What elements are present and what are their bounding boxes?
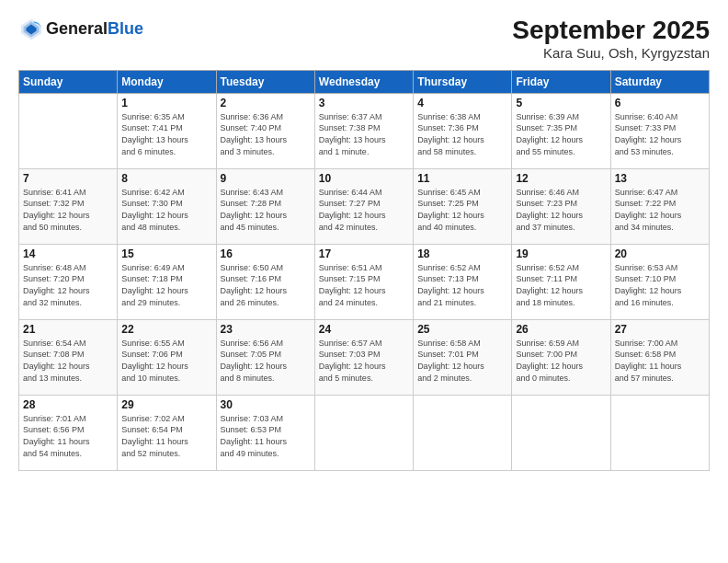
table-row: 30Sunrise: 7:03 AM Sunset: 6:53 PM Dayli… <box>216 395 314 470</box>
col-thursday: Thursday <box>414 70 512 93</box>
day-number: 22 <box>121 323 211 336</box>
calendar-week-row: 28Sunrise: 7:01 AM Sunset: 6:56 PM Dayli… <box>19 395 710 470</box>
day-info: Sunrise: 6:52 AM Sunset: 7:13 PM Dayligh… <box>417 262 507 308</box>
table-row: 21Sunrise: 6:54 AM Sunset: 7:08 PM Dayli… <box>19 319 118 395</box>
table-row: 23Sunrise: 6:56 AM Sunset: 7:05 PM Dayli… <box>216 319 314 395</box>
day-info: Sunrise: 6:49 AM Sunset: 7:18 PM Dayligh… <box>121 262 211 308</box>
table-row: 20Sunrise: 6:53 AM Sunset: 7:10 PM Dayli… <box>610 244 709 319</box>
day-number: 8 <box>121 172 211 185</box>
day-info: Sunrise: 6:47 AM Sunset: 7:22 PM Dayligh… <box>615 187 705 233</box>
day-number: 15 <box>121 247 211 260</box>
day-info: Sunrise: 6:52 AM Sunset: 7:11 PM Dayligh… <box>516 262 606 308</box>
header: GeneralBlue September 2025 Kara Suu, Osh… <box>18 17 710 61</box>
table-row: 3Sunrise: 6:37 AM Sunset: 7:38 PM Daylig… <box>314 93 413 168</box>
day-number: 23 <box>221 323 311 336</box>
table-row: 8Sunrise: 6:42 AM Sunset: 7:30 PM Daylig… <box>118 168 216 244</box>
day-info: Sunrise: 6:36 AM Sunset: 7:40 PM Dayligh… <box>221 111 311 157</box>
day-number: 5 <box>516 97 606 109</box>
table-row: 6Sunrise: 6:40 AM Sunset: 7:33 PM Daylig… <box>610 93 709 168</box>
table-row: 18Sunrise: 6:52 AM Sunset: 7:13 PM Dayli… <box>414 244 512 319</box>
day-number: 17 <box>319 247 409 260</box>
table-row: 17Sunrise: 6:51 AM Sunset: 7:15 PM Dayli… <box>314 244 413 319</box>
day-number: 30 <box>221 398 311 411</box>
table-row: 22Sunrise: 6:55 AM Sunset: 7:06 PM Dayli… <box>118 319 216 395</box>
day-number: 16 <box>221 247 311 260</box>
table-row <box>19 93 118 168</box>
calendar-header-row: Sunday Monday Tuesday Wednesday Thursday… <box>19 70 710 93</box>
table-row: 10Sunrise: 6:44 AM Sunset: 7:27 PM Dayli… <box>314 168 413 244</box>
logo: GeneralBlue <box>18 17 143 42</box>
col-monday: Monday <box>118 70 216 93</box>
table-row <box>512 395 610 470</box>
day-number: 29 <box>121 398 211 411</box>
day-number: 12 <box>516 172 606 185</box>
calendar-week-row: 21Sunrise: 6:54 AM Sunset: 7:08 PM Dayli… <box>19 319 710 395</box>
day-info: Sunrise: 6:35 AM Sunset: 7:41 PM Dayligh… <box>121 111 211 157</box>
table-row: 1Sunrise: 6:35 AM Sunset: 7:41 PM Daylig… <box>118 93 216 168</box>
day-info: Sunrise: 6:44 AM Sunset: 7:27 PM Dayligh… <box>319 187 409 233</box>
day-number: 7 <box>23 172 113 185</box>
day-number: 6 <box>615 97 705 109</box>
table-row: 13Sunrise: 6:47 AM Sunset: 7:22 PM Dayli… <box>610 168 709 244</box>
table-row <box>314 395 413 470</box>
day-info: Sunrise: 6:55 AM Sunset: 7:06 PM Dayligh… <box>121 338 211 384</box>
day-number: 1 <box>121 97 211 109</box>
day-info: Sunrise: 7:02 AM Sunset: 6:54 PM Dayligh… <box>121 413 211 459</box>
day-number: 28 <box>23 398 113 411</box>
table-row: 27Sunrise: 7:00 AM Sunset: 6:58 PM Dayli… <box>610 319 709 395</box>
table-row: 29Sunrise: 7:02 AM Sunset: 6:54 PM Dayli… <box>118 395 216 470</box>
day-info: Sunrise: 6:43 AM Sunset: 7:28 PM Dayligh… <box>221 187 311 233</box>
day-number: 24 <box>319 323 409 336</box>
calendar-week-row: 1Sunrise: 6:35 AM Sunset: 7:41 PM Daylig… <box>19 93 710 168</box>
table-row: 28Sunrise: 7:01 AM Sunset: 6:56 PM Dayli… <box>19 395 118 470</box>
table-row: 26Sunrise: 6:59 AM Sunset: 7:00 PM Dayli… <box>512 319 610 395</box>
day-info: Sunrise: 6:41 AM Sunset: 7:32 PM Dayligh… <box>23 187 113 233</box>
day-number: 9 <box>221 172 311 185</box>
day-info: Sunrise: 6:51 AM Sunset: 7:15 PM Dayligh… <box>319 262 409 308</box>
calendar-week-row: 7Sunrise: 6:41 AM Sunset: 7:32 PM Daylig… <box>19 168 710 244</box>
location-subtitle: Kara Suu, Osh, Kyrgyzstan <box>512 45 710 61</box>
col-saturday: Saturday <box>610 70 709 93</box>
day-number: 21 <box>23 323 113 336</box>
col-wednesday: Wednesday <box>314 70 413 93</box>
day-info: Sunrise: 6:37 AM Sunset: 7:38 PM Dayligh… <box>319 111 409 157</box>
title-block: September 2025 Kara Suu, Osh, Kyrgyzstan <box>512 17 710 61</box>
day-number: 26 <box>516 323 606 336</box>
table-row: 15Sunrise: 6:49 AM Sunset: 7:18 PM Dayli… <box>118 244 216 319</box>
table-row: 24Sunrise: 6:57 AM Sunset: 7:03 PM Dayli… <box>314 319 413 395</box>
table-row: 9Sunrise: 6:43 AM Sunset: 7:28 PM Daylig… <box>216 168 314 244</box>
day-info: Sunrise: 6:57 AM Sunset: 7:03 PM Dayligh… <box>319 338 409 384</box>
table-row: 16Sunrise: 6:50 AM Sunset: 7:16 PM Dayli… <box>216 244 314 319</box>
day-number: 20 <box>615 247 705 260</box>
day-info: Sunrise: 6:40 AM Sunset: 7:33 PM Dayligh… <box>615 111 705 157</box>
table-row: 4Sunrise: 6:38 AM Sunset: 7:36 PM Daylig… <box>414 93 512 168</box>
day-number: 10 <box>319 172 409 185</box>
day-number: 14 <box>23 247 113 260</box>
day-number: 27 <box>615 323 705 336</box>
day-info: Sunrise: 6:38 AM Sunset: 7:36 PM Dayligh… <box>417 111 507 157</box>
day-info: Sunrise: 6:39 AM Sunset: 7:35 PM Dayligh… <box>516 111 606 157</box>
day-info: Sunrise: 7:03 AM Sunset: 6:53 PM Dayligh… <box>221 413 311 459</box>
day-info: Sunrise: 6:42 AM Sunset: 7:30 PM Dayligh… <box>121 187 211 233</box>
day-info: Sunrise: 6:45 AM Sunset: 7:25 PM Dayligh… <box>417 187 507 233</box>
calendar-week-row: 14Sunrise: 6:48 AM Sunset: 7:20 PM Dayli… <box>19 244 710 319</box>
day-number: 19 <box>516 247 606 260</box>
day-info: Sunrise: 6:56 AM Sunset: 7:05 PM Dayligh… <box>221 338 311 384</box>
day-info: Sunrise: 7:01 AM Sunset: 6:56 PM Dayligh… <box>23 413 113 459</box>
table-row: 7Sunrise: 6:41 AM Sunset: 7:32 PM Daylig… <box>19 168 118 244</box>
table-row: 5Sunrise: 6:39 AM Sunset: 7:35 PM Daylig… <box>512 93 610 168</box>
month-year-title: September 2025 <box>512 17 710 45</box>
day-info: Sunrise: 6:53 AM Sunset: 7:10 PM Dayligh… <box>615 262 705 308</box>
table-row: 12Sunrise: 6:46 AM Sunset: 7:23 PM Dayli… <box>512 168 610 244</box>
day-info: Sunrise: 6:58 AM Sunset: 7:01 PM Dayligh… <box>417 338 507 384</box>
col-friday: Friday <box>512 70 610 93</box>
table-row: 14Sunrise: 6:48 AM Sunset: 7:20 PM Dayli… <box>19 244 118 319</box>
logo-text: GeneralBlue <box>46 20 143 39</box>
col-tuesday: Tuesday <box>216 70 314 93</box>
day-info: Sunrise: 6:54 AM Sunset: 7:08 PM Dayligh… <box>23 338 113 384</box>
table-row: 2Sunrise: 6:36 AM Sunset: 7:40 PM Daylig… <box>216 93 314 168</box>
day-number: 11 <box>417 172 507 185</box>
day-number: 4 <box>417 97 507 109</box>
calendar-table: Sunday Monday Tuesday Wednesday Thursday… <box>18 70 710 471</box>
table-row: 25Sunrise: 6:58 AM Sunset: 7:01 PM Dayli… <box>414 319 512 395</box>
